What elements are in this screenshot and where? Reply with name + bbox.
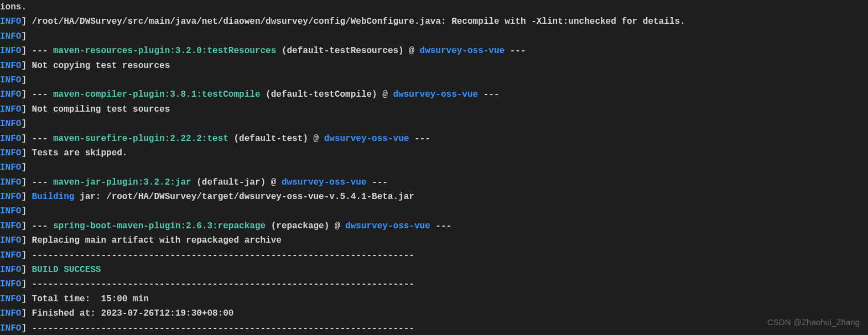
bracket: ] bbox=[21, 119, 27, 129]
bracket: ] bbox=[21, 250, 32, 260]
dashes: --- bbox=[32, 134, 53, 144]
bracket: ] bbox=[21, 294, 32, 304]
plugin-name: maven-jar-plugin:3.2.2:jar bbox=[53, 177, 191, 187]
log-text: Replacing main artifact with repackaged … bbox=[32, 235, 282, 245]
dashes: --- bbox=[367, 177, 388, 187]
log-level-info: INFO bbox=[0, 250, 21, 260]
log-line: INFO] --- maven-compiler-plugin:3.8.1:te… bbox=[0, 87, 868, 102]
bracket: ] bbox=[21, 134, 32, 144]
log-line: INFO] Not compiling test sources bbox=[0, 102, 868, 117]
build-success: BUILD SUCCESS bbox=[32, 265, 101, 275]
bracket: ] bbox=[21, 265, 32, 275]
project-name: dwsurvey-oss-vue bbox=[345, 221, 430, 231]
log-line: INFO] --- maven-resources-plugin:3.2.0:t… bbox=[0, 44, 868, 58]
log-line: INFO] --- maven-surefire-plugin:2.22.2:t… bbox=[0, 132, 868, 146]
separator: ----------------------------------------… bbox=[32, 250, 414, 260]
log-level-info: INFO bbox=[0, 294, 21, 304]
log-level-info: INFO bbox=[0, 279, 21, 289]
log-line: INFO] Replacing main artifact with repac… bbox=[0, 233, 868, 248]
log-level-info: INFO bbox=[0, 119, 21, 129]
bracket: ] bbox=[21, 177, 32, 187]
separator: ----------------------------------------… bbox=[32, 323, 414, 333]
bracket: ] bbox=[21, 104, 32, 114]
bracket: ] bbox=[21, 206, 27, 216]
plugin-name: maven-resources-plugin:3.2.0:testResourc… bbox=[53, 46, 276, 56]
log-level-info: INFO bbox=[0, 61, 21, 71]
log-line: INFO] Not copying test resources bbox=[0, 59, 868, 73]
log-level-info: INFO bbox=[0, 323, 21, 333]
log-level-info: INFO bbox=[0, 192, 21, 202]
goal-text: (default-testCompile) @ bbox=[260, 90, 393, 100]
log-level-info: INFO bbox=[0, 177, 21, 187]
dashes: --- bbox=[430, 221, 451, 231]
bracket: ] bbox=[21, 90, 32, 100]
log-line: INFO] /root/HA/DWSurvey/src/main/java/ne… bbox=[0, 14, 868, 29]
log-line: INFO] ----------------------------------… bbox=[0, 277, 868, 291]
log-level-info: INFO bbox=[0, 265, 21, 275]
bracket: ] bbox=[21, 61, 32, 71]
log-level-info: INFO bbox=[0, 32, 21, 41]
log-level-info: INFO bbox=[0, 221, 21, 231]
dashes: --- bbox=[409, 134, 430, 144]
bracket: ] bbox=[21, 75, 27, 85]
log-text: ions. bbox=[0, 2, 27, 12]
log-level-info: INFO bbox=[0, 90, 21, 100]
log-level-info: INFO bbox=[0, 104, 21, 114]
dashes: --- bbox=[478, 90, 499, 100]
goal-text: (repackage) @ bbox=[266, 221, 345, 231]
finished-at: Finished at: 2023-07-26T12:19:30+08:00 bbox=[32, 308, 234, 318]
total-time: Total time: 15:00 min bbox=[32, 294, 149, 304]
log-text: Tests are skipped. bbox=[32, 148, 128, 158]
bracket: ] bbox=[21, 192, 32, 202]
log-level-info: INFO bbox=[0, 206, 21, 216]
dashes: --- bbox=[32, 221, 53, 231]
log-line: ions. bbox=[0, 0, 868, 14]
log-level-info: INFO bbox=[0, 46, 21, 56]
bracket: ] bbox=[21, 308, 32, 318]
log-line: INFO] --- spring-boot-maven-plugin:2.6.3… bbox=[0, 219, 868, 233]
jar-path: jar: /root/HA/DWSurvey/target/dwsurvey-o… bbox=[74, 192, 414, 202]
project-name: dwsurvey-oss-vue bbox=[393, 90, 479, 100]
plugin-name: spring-boot-maven-plugin:2.6.3:repackage bbox=[53, 221, 266, 231]
dashes: --- bbox=[32, 177, 53, 187]
project-name: dwsurvey-oss-vue bbox=[282, 177, 367, 187]
building-label: Building bbox=[32, 192, 75, 202]
log-line: INFO] bbox=[0, 204, 868, 218]
log-line: INFO] Building jar: /root/HA/DWSurvey/ta… bbox=[0, 190, 868, 204]
log-level-info: INFO bbox=[0, 235, 21, 245]
project-name: dwsurvey-oss-vue bbox=[324, 134, 409, 144]
bracket: ] bbox=[21, 163, 27, 172]
terminal-output[interactable]: ions. INFO] /root/HA/DWSurvey/src/main/j… bbox=[0, 0, 868, 335]
plugin-name: maven-surefire-plugin:2.22.2:test bbox=[53, 134, 228, 144]
bracket: ] bbox=[21, 17, 32, 27]
bracket: ] bbox=[21, 32, 27, 41]
bracket: ] bbox=[21, 46, 32, 56]
log-level-info: INFO bbox=[0, 75, 21, 85]
log-line: INFO] bbox=[0, 29, 868, 44]
dashes: --- bbox=[32, 90, 53, 100]
plugin-name: maven-compiler-plugin:3.8.1:testCompile bbox=[53, 90, 260, 100]
bracket: ] bbox=[21, 148, 32, 158]
log-line: INFO] ----------------------------------… bbox=[0, 248, 868, 263]
bracket: ] bbox=[21, 235, 32, 245]
log-text: /root/HA/DWSurvey/src/main/java/net/diao… bbox=[32, 17, 685, 27]
log-level-info: INFO bbox=[0, 17, 21, 27]
log-line: INFO] bbox=[0, 73, 868, 87]
log-line: INFO] --- maven-jar-plugin:3.2.2:jar (de… bbox=[0, 175, 868, 190]
dashes: --- bbox=[505, 46, 526, 56]
goal-text: (default-jar) @ bbox=[191, 177, 282, 187]
log-level-info: INFO bbox=[0, 308, 21, 318]
log-level-info: INFO bbox=[0, 148, 21, 158]
log-line: INFO] bbox=[0, 160, 868, 175]
log-line: INFO] Tests are skipped. bbox=[0, 146, 868, 160]
log-level-info: INFO bbox=[0, 134, 21, 144]
log-line: INFO] bbox=[0, 117, 868, 131]
separator: ----------------------------------------… bbox=[32, 279, 414, 289]
goal-text: (default-test) @ bbox=[228, 134, 324, 144]
log-text: Not compiling test sources bbox=[32, 104, 170, 114]
goal-text: (default-testResources) @ bbox=[276, 46, 419, 56]
log-line: INFO] Total time: 15:00 min bbox=[0, 292, 868, 306]
log-line: INFO] Finished at: 2023-07-26T12:19:30+0… bbox=[0, 306, 868, 321]
log-line: INFO] ----------------------------------… bbox=[0, 321, 868, 335]
project-name: dwsurvey-oss-vue bbox=[420, 46, 505, 56]
